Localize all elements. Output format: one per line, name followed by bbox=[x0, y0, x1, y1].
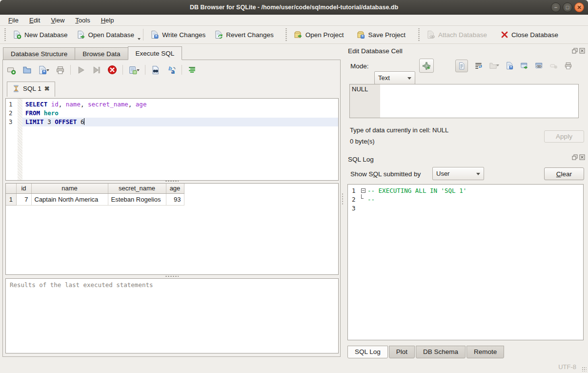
replace-icon[interactable]: b a bbox=[166, 65, 176, 75]
maximize-icon[interactable]: □ bbox=[563, 2, 572, 12]
table-cell[interactable]: Esteban Rogelios bbox=[108, 193, 166, 205]
close-icon[interactable] bbox=[579, 48, 585, 54]
results-message-area[interactable]: Results of the last executed statements bbox=[5, 278, 339, 353]
new-database-button[interactable]: New Database bbox=[8, 28, 72, 41]
sql-code-area[interactable]: SELECT id, name, secret_name, ageFROM he… bbox=[22, 99, 338, 180]
sql-editor[interactable]: 123 SELECT id, name, secret_name, ageFRO… bbox=[5, 98, 339, 181]
print-icon[interactable] bbox=[56, 65, 65, 75]
log-filter-combobox[interactable]: User bbox=[432, 167, 484, 180]
column-header[interactable]: secret_name bbox=[108, 184, 166, 193]
float-icon[interactable] bbox=[572, 48, 578, 54]
main-tab-bar: Database Structure Browse Data Execute S… bbox=[3, 46, 182, 60]
results-grid[interactable]: idnamesecret_nameage 17Captain North Ame… bbox=[5, 183, 339, 275]
open-database-dropdown-icon[interactable] bbox=[138, 38, 141, 41]
title-bar[interactable]: DB Browser for SQLite - /home/user/code/… bbox=[0, 0, 588, 15]
fold-collapse-icon[interactable] bbox=[361, 188, 365, 193]
toolbar-button-label: Attach Database bbox=[438, 31, 487, 39]
open-sql-file-icon[interactable] bbox=[22, 65, 32, 75]
toolbar-drag-handle[interactable] bbox=[418, 28, 420, 41]
apply-button: Apply bbox=[544, 130, 584, 143]
close-icon[interactable]: ✕ bbox=[574, 2, 584, 12]
open-database-icon bbox=[77, 30, 85, 39]
edit-cell-dock-buttons bbox=[572, 48, 585, 54]
table-row[interactable]: 17Captain North AmericaEsteban Rogelios9… bbox=[6, 193, 184, 205]
close-icon[interactable] bbox=[579, 154, 585, 160]
new-sql-tab-icon[interactable] bbox=[7, 65, 16, 75]
sql-token: SELECT bbox=[25, 101, 47, 108]
toolbar-drag-handle[interactable] bbox=[285, 28, 287, 41]
menu-help[interactable]: Help bbox=[96, 16, 120, 25]
find-icon[interactable] bbox=[151, 65, 160, 75]
sql-token: , bbox=[81, 101, 88, 108]
log-line-number: 2 bbox=[348, 195, 359, 204]
sql-token: 3 bbox=[47, 118, 51, 125]
column-header[interactable]: id bbox=[16, 184, 31, 193]
save-sql-file-group[interactable] bbox=[38, 65, 49, 75]
float-icon[interactable] bbox=[572, 154, 578, 160]
open-external-icon[interactable] bbox=[520, 62, 528, 70]
log-filter-label: Show SQL submitted by bbox=[350, 170, 421, 178]
sql-1-tab[interactable]: SQL 1 ✖ bbox=[7, 82, 55, 97]
sql-toolbar: b a bbox=[7, 63, 197, 77]
close-database-button[interactable]: Close Database bbox=[496, 28, 563, 41]
tab-execute-sql[interactable]: Execute SQL bbox=[128, 46, 182, 60]
tab-remote[interactable]: Remote bbox=[466, 346, 504, 358]
sql-log-view[interactable]: 1-- EXECUTING ALL IN 'SQL 1'2--3 bbox=[347, 184, 584, 340]
row-number[interactable]: 1 bbox=[6, 193, 16, 205]
minimize-icon[interactable]: − bbox=[551, 2, 561, 12]
save-data-icon[interactable] bbox=[506, 62, 514, 70]
table-cell[interactable]: 93 bbox=[166, 193, 184, 205]
save-results-group[interactable] bbox=[128, 65, 140, 75]
menu-file[interactable]: File bbox=[3, 16, 24, 25]
line-number: 1 bbox=[9, 100, 18, 109]
sql-log-dock-title[interactable]: SQL Log bbox=[344, 152, 378, 165]
column-header[interactable]: age bbox=[166, 184, 184, 193]
code-line[interactable]: LIMIT 3 OFFSET 6 bbox=[22, 118, 338, 126]
open-project-button[interactable]: Open Project bbox=[289, 28, 348, 41]
stop-execution-icon[interactable] bbox=[107, 65, 117, 75]
save-sql-dropdown-icon[interactable] bbox=[46, 69, 49, 73]
clear-log-button[interactable]: Clear bbox=[544, 167, 584, 180]
grid-corner-header[interactable] bbox=[6, 184, 16, 193]
fold-end-icon bbox=[361, 194, 364, 199]
tab-plot[interactable]: Plot bbox=[389, 346, 415, 358]
toolbar-drag-handle[interactable] bbox=[4, 28, 6, 41]
edit-cell-dock-title[interactable]: Edit Database Cell bbox=[344, 44, 588, 56]
toolbar-button-label: Revert Changes bbox=[226, 31, 274, 39]
sql-token: , bbox=[59, 101, 66, 108]
cell-value-editor[interactable]: NULL bbox=[349, 84, 579, 118]
mode-combobox[interactable]: Text bbox=[374, 71, 415, 84]
code-line[interactable]: SELECT id, name, secret_name, age bbox=[22, 100, 338, 109]
word-wrap-icon[interactable] bbox=[474, 62, 483, 70]
table-cell[interactable]: Captain North America bbox=[31, 193, 108, 205]
menu-view[interactable]: View bbox=[45, 16, 70, 25]
print-cell-icon[interactable] bbox=[564, 62, 572, 70]
open-database-button[interactable]: Open Database bbox=[72, 28, 139, 41]
menu-edit[interactable]: Edit bbox=[24, 16, 45, 25]
apply-mode-button[interactable] bbox=[419, 59, 434, 73]
tab-database-structure[interactable]: Database Structure bbox=[3, 47, 75, 60]
tab-browse-data[interactable]: Browse Data bbox=[75, 47, 128, 60]
tab-db-schema[interactable]: DB Schema bbox=[416, 346, 466, 358]
menu-tools[interactable]: Tools bbox=[70, 16, 95, 25]
grid-message-splitter[interactable] bbox=[165, 275, 179, 277]
save-project-button[interactable]: Save Project bbox=[352, 28, 410, 41]
table-cell[interactable]: 7 bbox=[16, 193, 31, 205]
revert-changes-button[interactable]: Revert Changes bbox=[210, 28, 278, 41]
log-text: -- EXECUTING ALL IN 'SQL 1' bbox=[367, 186, 466, 195]
format-sql-icon[interactable] bbox=[187, 65, 197, 75]
resize-grip-icon[interactable] bbox=[582, 367, 587, 372]
hourglass-icon bbox=[12, 84, 20, 93]
column-header[interactable]: name bbox=[31, 184, 108, 193]
copy-link-icon[interactable] bbox=[535, 62, 543, 70]
write-changes-icon bbox=[150, 30, 159, 39]
editor-grid-splitter[interactable] bbox=[165, 180, 179, 182]
tab-sql-log[interactable]: SQL Log bbox=[347, 346, 388, 358]
code-line[interactable]: FROM hero bbox=[22, 109, 338, 118]
save-results-dropdown-icon[interactable] bbox=[137, 69, 140, 73]
sql-tab-label: SQL 1 bbox=[23, 85, 41, 92]
write-changes-button[interactable]: Write Changes bbox=[146, 28, 210, 41]
text-mode-button[interactable] bbox=[455, 60, 468, 72]
dock-splitter-handle[interactable] bbox=[342, 193, 344, 206]
close-tab-icon[interactable]: ✖ bbox=[44, 85, 50, 92]
